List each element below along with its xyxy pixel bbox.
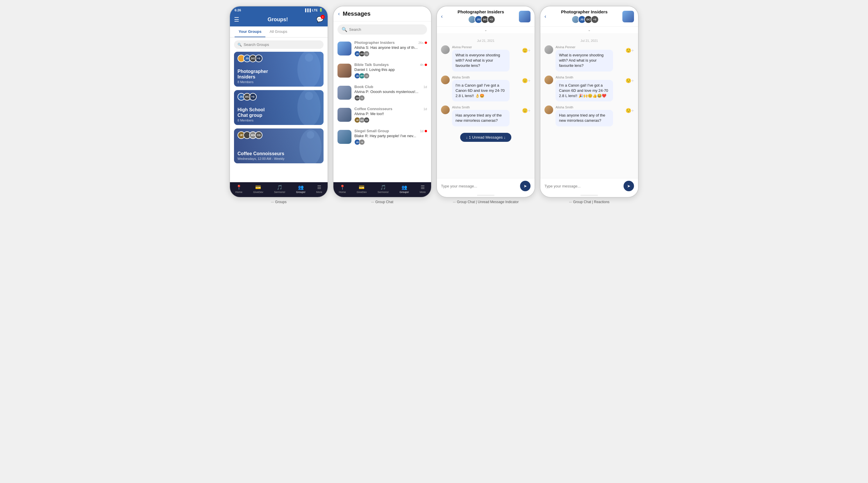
- group-name-3: Coffee Connoisseurs: [238, 151, 285, 156]
- groups-tabs: Your Groups All Groups: [230, 27, 328, 37]
- nav-home-2[interactable]: 📍 Home: [339, 185, 346, 194]
- messages-title: Messages: [343, 10, 371, 17]
- sender-1u: Alvina Penner: [452, 45, 520, 49]
- group-card-coffee[interactable]: JE MS CD Coffee Connoisseurs Wednesdays,…: [234, 128, 323, 163]
- conv-time-4: 1d: [424, 107, 427, 111]
- chat-msg-2-unread: Alisha Smith I'm a Canon gal! I've got a…: [441, 75, 530, 102]
- caption-dots-groups: ···: [271, 200, 274, 204]
- msg-action-1r[interactable]: 🙂+: [626, 45, 634, 53]
- unread-messages-btn[interactable]: ↓ 1 Unread Messages ↓: [460, 133, 512, 142]
- avatar-plus-2: +3: [249, 93, 257, 101]
- msg-action-3u[interactable]: 🙂+: [522, 105, 530, 113]
- nav-groups[interactable]: 👥 Groups!: [296, 185, 306, 194]
- menu-icon[interactable]: ☰: [234, 16, 239, 23]
- search-groups-input[interactable]: [244, 42, 320, 47]
- search-groups-box: 🔍: [234, 40, 323, 49]
- chat-badge: 3: [321, 15, 325, 19]
- home-indicator-reactions: [581, 195, 598, 196]
- nav-givedev[interactable]: 💳 GiveDev: [253, 185, 264, 194]
- messages-header: ‹ Messages: [334, 6, 431, 22]
- messages-search: 🔍: [338, 24, 427, 35]
- nav-sermons-2[interactable]: 🎵 Sermons!: [378, 185, 389, 194]
- msg-action-1u[interactable]: 🙂+: [522, 45, 530, 53]
- conv-photographer[interactable]: Photographer Insiders 26s Alisha S: Has …: [334, 37, 431, 60]
- user-av-3u: [441, 105, 450, 114]
- msg-action-2u[interactable]: 🙂+: [522, 75, 530, 84]
- chat-icon[interactable]: 💬 3: [316, 16, 323, 23]
- nav-groups-2[interactable]: 👥 Groups!: [400, 185, 409, 194]
- nav-sermons-label: Sermons!: [274, 191, 285, 194]
- tab-your-groups[interactable]: Your Groups: [235, 27, 266, 37]
- send-btn-reactions[interactable]: ➤: [623, 181, 634, 191]
- bubble-1r: What is everyone shooting with? And what…: [556, 50, 613, 71]
- conv-msg-2: Daniel I: Loving this app: [354, 67, 427, 72]
- bubble-3r: Has anyone tried any of the new mirrorle…: [556, 110, 613, 126]
- caption-dots-chat: ···: [371, 200, 374, 204]
- chat-input-row-reactions: ➤: [540, 178, 638, 194]
- nav-givedev-2[interactable]: 💳 GiveDev: [357, 185, 367, 194]
- chevron-reactions[interactable]: ⌄: [540, 27, 638, 33]
- back-btn-reactions[interactable]: ‹: [545, 13, 546, 20]
- status-right: ▐▐▐ LTE 🔋: [304, 8, 323, 12]
- card-avatars-3: JE MS CD: [238, 131, 261, 139]
- unread-dot-5: [425, 130, 427, 132]
- home-icon-2: 📍: [340, 185, 345, 190]
- user-av-1u: [441, 45, 450, 54]
- conv-av-plus1: +3: [364, 51, 369, 57]
- conv-av-cd4: CD: [364, 117, 369, 123]
- conv-info-2: Bible Talk Sundays 4h Daniel I: Loving t…: [354, 63, 427, 79]
- unread-dot-1: [425, 41, 427, 44]
- conv-siegel[interactable]: Siegel Small Group 1d Blake R: Hey party…: [334, 126, 431, 148]
- nav-sermons[interactable]: 🎵 Sermons!: [274, 185, 285, 194]
- back-btn-unread[interactable]: ‹: [441, 13, 443, 20]
- conv-bibletalk[interactable]: Bible Talk Sundays 4h Daniel I: Loving t…: [334, 60, 431, 82]
- screen-reactions-container: ‹ Photographer Insiders JS DC +3 ⌄ Jul 2…: [540, 6, 639, 204]
- unread-dot-2: [425, 64, 427, 66]
- messages-search-input[interactable]: [349, 27, 423, 32]
- chevron-unread[interactable]: ⌄: [437, 27, 534, 33]
- conv-time-2: 4h: [420, 63, 427, 67]
- chat-msg-3-unread: Alisha Smith Has anyone tried any of the…: [441, 105, 530, 126]
- conv-bookclub[interactable]: Book Club 1d Alvina P: Ooooh sounds myst…: [334, 82, 431, 104]
- silhouette-1: [283, 52, 323, 87]
- group-card-photographer[interactable]: JS DC +3 PhotographerInsiders 8 Members: [234, 52, 323, 87]
- lte-label: LTE: [312, 8, 318, 12]
- chat-group-name-reactions: Photographer Insiders: [561, 9, 608, 14]
- group-sub-3: Wednesdays, 12:00 AM - Weekly: [238, 157, 285, 160]
- svg-point-1: [305, 54, 313, 62]
- tab-all-groups[interactable]: All Groups: [266, 27, 291, 37]
- chat-header-center-reactions: Photographer Insiders JS DC +3: [561, 9, 608, 24]
- send-btn-unread[interactable]: ➤: [520, 181, 530, 191]
- back-button[interactable]: ‹: [338, 11, 340, 17]
- chat-input-reactions[interactable]: [545, 184, 621, 188]
- screen-groups-container: 6:26 ▐▐▐ LTE 🔋 ☰ Groups! 💬 3 Your Groups: [229, 6, 328, 204]
- chat-input-unread[interactable]: [441, 184, 518, 188]
- groups-icon-2: 👥: [401, 185, 407, 190]
- caption-text-groups: Groups: [275, 200, 286, 204]
- msg-content-2u: Alisha Smith I'm a Canon gal! I've got a…: [452, 75, 520, 102]
- phone-groupchat: ‹ Messages 🔍 Photographer Insiders 26s: [333, 6, 432, 198]
- bottom-nav-chat: 📍 Home 💳 GiveDev 🎵 Sermons! 👥 Groups! ☰: [334, 182, 431, 197]
- user-av-2r: [545, 75, 553, 84]
- conv-coffee[interactable]: Coffee Connoisseurs 1d Alvina P: Me too!…: [334, 104, 431, 126]
- sender-2r: Alisha Smith: [556, 75, 623, 79]
- group-card-highschool[interactable]: JS DC +3 High SchoolChat group 8 Members: [234, 90, 323, 125]
- nav-more[interactable]: ☰ More: [316, 185, 322, 194]
- screen-unread-container: ‹ Photographer Insiders JS DC +3 ⌄ Jul 2…: [436, 6, 535, 204]
- chat-av-plus-u: +3: [487, 15, 495, 24]
- bubble-2u: I'm a Canon gal! I've got a Canon 6D and…: [452, 80, 509, 102]
- msg-content-1r: Alvina Penner What is everyone shooting …: [556, 45, 623, 71]
- groups-scroll: JS DC +3 PhotographerInsiders 8 Members: [230, 52, 328, 182]
- msg-action-3r[interactable]: 🙂+: [626, 105, 634, 113]
- conv-avatars-3: CD +1: [354, 95, 427, 101]
- conv-thumb-3: [338, 86, 351, 100]
- msg-action-2r[interactable]: 🙂+: [626, 75, 634, 84]
- groups-icon: 👥: [298, 185, 304, 190]
- phone-reactions: ‹ Photographer Insiders JS DC +3 ⌄ Jul 2…: [540, 6, 639, 198]
- conv-name-1: Photographer Insiders: [354, 40, 395, 45]
- nav-home[interactable]: 📍 Home: [236, 185, 242, 194]
- nav-more-2[interactable]: ☰ More: [420, 185, 426, 194]
- conv-info-1: Photographer Insiders 26s Alisha S: Has …: [354, 40, 427, 57]
- bubble-3u: Has anyone tried any of the new mirrorle…: [452, 110, 509, 126]
- search-msg-icon: 🔍: [342, 27, 347, 32]
